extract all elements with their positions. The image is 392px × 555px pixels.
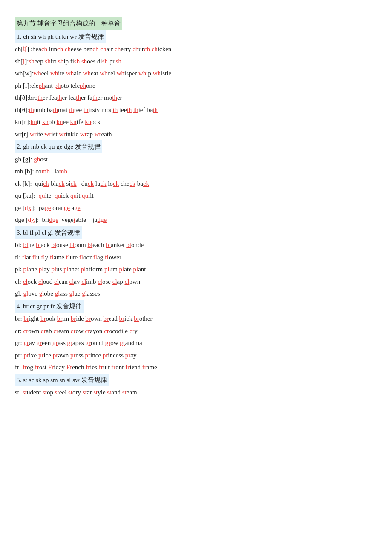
st-line: st: student stop steel story star style …	[15, 386, 377, 399]
cr-line: cr: crown crab cream crow crayon crocodi…	[15, 325, 377, 337]
section4-header: 4. br cr gr pr fr 发音规律	[15, 300, 377, 313]
wh-line: wh[w]:wheel white whale wheat wheel whis…	[15, 67, 377, 80]
section3-header: 3. bl fl pl cl gl 发音规律	[15, 226, 377, 239]
mb-line: mb [b]: comb lamb	[15, 165, 377, 178]
gr-line: gr: gray green grass grapes ground grow …	[15, 337, 377, 349]
qu-line: qu [ku]: quite quick quit quilt	[15, 190, 377, 202]
cl-line: cl: clock cloud clean clay climb close c…	[15, 276, 377, 288]
kn-line: kn[n]:knit knob knee knife knock	[15, 116, 377, 128]
th-voiceless-line: th[θ]:thumb bathmat three thirsty mouth …	[15, 104, 377, 116]
br-line: br: bright brook brim bride brown bread …	[15, 313, 377, 325]
section2-header: 2. gh mb ck qu ge dge 发音规律	[15, 140, 377, 153]
fr-line: fr: frog frost Friday French fries fruit…	[15, 361, 377, 374]
gl-line: gl: glove globe glass glue glasses	[15, 288, 377, 300]
gh-line: gh [g]: ghost	[15, 153, 377, 166]
ph-line: ph [f]:elephant photo telephone	[15, 80, 377, 92]
sh-line: sh[ʃ]:sheep shirt ship fish shoes dish p…	[15, 55, 377, 68]
ch-line: ch[ʧ] :beach lunch cheese bench chair ch…	[15, 43, 377, 55]
ge-line: ge [dʒ]: page orange age	[15, 202, 377, 214]
wr-line: wr[r]:write wrist wrinkle wrap wreath	[15, 128, 377, 141]
pl-line: pl: plane play plus planet platform plum…	[15, 263, 377, 276]
fl-line: fl: flat flu fly flame flute floor flag …	[15, 251, 377, 264]
th-voiced-line: th[ð]:brother feather leather father mot…	[15, 92, 377, 104]
section5-header: 5. st sc sk sp sm sn sl sw 发音规律	[15, 374, 377, 387]
title-text: 第九节 辅音字母组合构成的一种单音	[15, 17, 122, 30]
pr-line: pr: prixe price prawn press prince princ…	[15, 349, 377, 362]
page-title: 第九节 辅音字母组合构成的一种单音	[15, 17, 377, 30]
ck-line: ck [k]: quick black sick duck luck lock …	[15, 178, 377, 190]
dge-line: dge [dʒ]: bridge vegetable judge	[15, 214, 377, 226]
bl-line: bl: blue black blouse bloom bleach blank…	[15, 239, 377, 251]
section1-header: 1. ch sh wh ph th kn wr 发音规律	[15, 30, 377, 43]
